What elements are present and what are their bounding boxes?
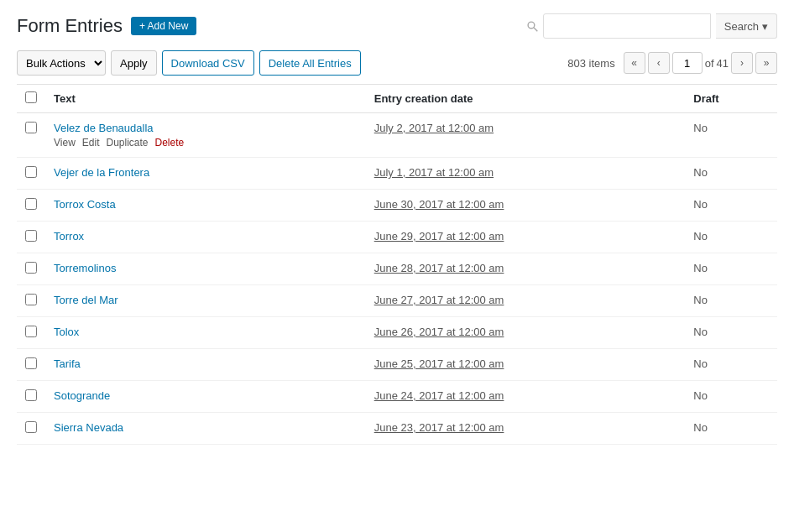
- entry-link[interactable]: Torrox Costa: [54, 198, 116, 211]
- table-row: TorroxJune 29, 2017 at 12:00 amNo: [17, 222, 777, 253]
- row-date-cell: July 2, 2017 at 12:00 am: [366, 113, 686, 158]
- row-checkbox[interactable]: [25, 389, 37, 401]
- entry-link[interactable]: Tarifa: [54, 357, 81, 370]
- search-dropdown-arrow: ▾: [762, 20, 768, 33]
- row-action-delete[interactable]: Delete: [155, 137, 185, 149]
- row-date: June 25, 2017 at 12:00 am: [374, 357, 504, 370]
- entry-link[interactable]: Tolox: [54, 326, 79, 338]
- row-draft: No: [693, 421, 708, 434]
- row-text-cell: Torre del Mar: [45, 285, 366, 317]
- svg-point-0: [528, 22, 535, 29]
- last-page-button[interactable]: »: [755, 52, 777, 74]
- header-right: Search ▾: [526, 13, 777, 39]
- row-draft: No: [693, 262, 708, 274]
- first-page-button[interactable]: «: [624, 52, 645, 74]
- toolbar-right: 803 items « ‹ of 41 › »: [567, 52, 777, 74]
- row-date-cell: June 29, 2017 at 12:00 am: [366, 222, 686, 253]
- col-checkbox: [17, 85, 45, 113]
- row-draft-cell: No: [685, 413, 777, 445]
- row-text-cell: Velez de BenaudallaViewEditDuplicateDele…: [45, 113, 366, 158]
- table-row: Torrox CostaJune 30, 2017 at 12:00 amNo: [17, 190, 777, 222]
- page-title: Form Entries: [17, 15, 123, 37]
- row-checkbox[interactable]: [25, 294, 37, 305]
- search-button-label: Search: [724, 20, 759, 33]
- row-date-cell: June 28, 2017 at 12:00 am: [366, 253, 686, 285]
- row-action-edit[interactable]: Edit: [82, 137, 100, 149]
- row-checkbox-cell: [17, 285, 45, 317]
- select-all-checkbox[interactable]: [25, 91, 37, 103]
- row-draft: No: [693, 198, 708, 211]
- row-draft-cell: No: [685, 317, 777, 349]
- total-pages: 41: [717, 57, 729, 70]
- row-draft-cell: No: [685, 349, 777, 381]
- row-checkbox[interactable]: [25, 166, 37, 178]
- toolbar-left: Bulk Actions Apply Download CSV Delete A…: [17, 50, 361, 76]
- prev-page-button[interactable]: ‹: [648, 52, 670, 74]
- row-draft: No: [693, 230, 708, 243]
- entry-link[interactable]: Vejer de la Frontera: [54, 166, 149, 179]
- bulk-actions-select[interactable]: Bulk Actions: [17, 50, 106, 76]
- row-action-view[interactable]: View: [54, 137, 76, 149]
- download-csv-button[interactable]: Download CSV: [162, 50, 254, 76]
- row-date: June 28, 2017 at 12:00 am: [374, 262, 504, 274]
- row-text-cell: Torrox: [45, 222, 366, 253]
- table-row: TorremolinosJune 28, 2017 at 12:00 amNo: [17, 253, 777, 285]
- row-text-cell: Tolox: [45, 317, 366, 349]
- row-draft: No: [693, 294, 708, 306]
- row-checkbox[interactable]: [25, 357, 37, 369]
- delete-all-entries-button[interactable]: Delete All Entries: [259, 50, 361, 76]
- row-text-cell: Torrox Costa: [45, 190, 366, 222]
- row-draft-cell: No: [685, 222, 777, 253]
- entry-link[interactable]: Torre del Mar: [54, 294, 118, 306]
- pagination: « ‹ of 41 › »: [624, 52, 777, 74]
- row-checkbox[interactable]: [25, 230, 37, 242]
- row-date-cell: June 26, 2017 at 12:00 am: [366, 317, 686, 349]
- entry-link[interactable]: Velez de Benaudalla: [54, 122, 154, 134]
- entry-link[interactable]: Torremolinos: [54, 262, 116, 274]
- table-row: Sierra NevadaJune 23, 2017 at 12:00 amNo: [17, 413, 777, 445]
- search-button[interactable]: Search ▾: [716, 13, 777, 39]
- row-action-duplicate[interactable]: Duplicate: [106, 137, 148, 149]
- add-new-button[interactable]: + Add New: [131, 17, 196, 35]
- row-date: June 24, 2017 at 12:00 am: [374, 389, 504, 402]
- next-page-button[interactable]: ›: [731, 52, 753, 74]
- row-checkbox[interactable]: [25, 198, 37, 210]
- row-checkbox[interactable]: [25, 122, 37, 133]
- table-row: Vejer de la FronteraJuly 1, 2017 at 12:0…: [17, 158, 777, 190]
- row-draft: No: [693, 357, 708, 370]
- row-checkbox-cell: [17, 317, 45, 349]
- page-number-input[interactable]: [672, 52, 703, 74]
- search-icon: [526, 20, 538, 32]
- row-text-cell: Sotogrande: [45, 381, 366, 413]
- row-checkbox[interactable]: [25, 326, 37, 337]
- row-text-cell: Torremolinos: [45, 253, 366, 285]
- row-draft: No: [693, 122, 708, 134]
- page-wrapper: Form Entries + Add New Search ▾ Bulk Act…: [0, 0, 794, 532]
- apply-button[interactable]: Apply: [111, 50, 157, 76]
- entry-link[interactable]: Sotogrande: [54, 389, 110, 402]
- row-checkbox-cell: [17, 113, 45, 158]
- row-draft: No: [693, 166, 708, 179]
- row-draft-cell: No: [685, 285, 777, 317]
- row-date: July 1, 2017 at 12:00 am: [374, 166, 494, 179]
- header-left: Form Entries + Add New: [17, 15, 196, 37]
- row-date: June 27, 2017 at 12:00 am: [374, 294, 504, 306]
- entry-link[interactable]: Sierra Nevada: [54, 421, 123, 434]
- row-date: June 26, 2017 at 12:00 am: [374, 326, 504, 338]
- row-checkbox[interactable]: [25, 262, 37, 274]
- row-date: June 23, 2017 at 12:00 am: [374, 421, 504, 434]
- col-draft-header: Draft: [685, 85, 777, 113]
- row-date-cell: July 1, 2017 at 12:00 am: [366, 158, 686, 190]
- search-input[interactable]: [543, 13, 711, 39]
- col-text-header: Text: [45, 85, 366, 113]
- row-draft-cell: No: [685, 158, 777, 190]
- header: Form Entries + Add New Search ▾: [17, 13, 777, 39]
- row-checkbox[interactable]: [25, 421, 37, 433]
- row-text-cell: Vejer de la Frontera: [45, 158, 366, 190]
- table-row: TarifaJune 25, 2017 at 12:00 amNo: [17, 349, 777, 381]
- row-date-cell: June 27, 2017 at 12:00 am: [366, 285, 686, 317]
- toolbar: Bulk Actions Apply Download CSV Delete A…: [17, 50, 777, 76]
- entry-link[interactable]: Torrox: [54, 230, 84, 243]
- page-of-label: of: [705, 57, 714, 70]
- table-header-row: Text Entry creation date Draft: [17, 85, 777, 113]
